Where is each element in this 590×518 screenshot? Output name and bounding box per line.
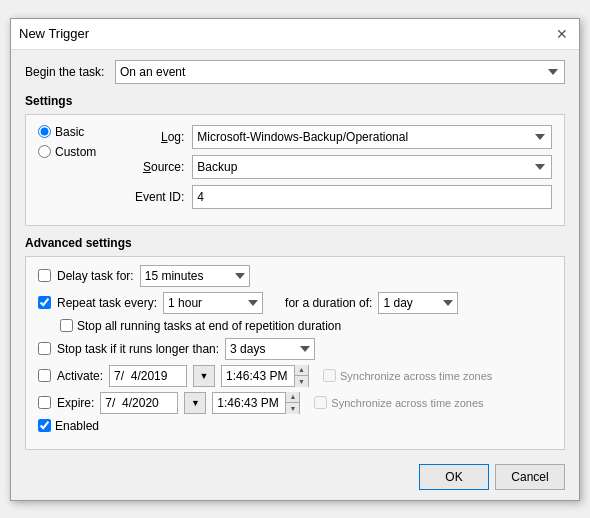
stop-all-row: Stop all running tasks at end of repetit…: [60, 319, 552, 333]
settings-fields: Log: Microsoft-Windows-Backup/Operationa…: [112, 125, 552, 215]
enabled-row: Enabled: [38, 419, 552, 433]
source-label: Source:: [112, 160, 184, 174]
settings-box: Basic Custom Log: Microsoft-Windows-Back…: [25, 114, 565, 226]
basic-radio-label[interactable]: Basic: [38, 125, 96, 139]
expire-label: Expire:: [57, 396, 94, 410]
expire-time-input[interactable]: [213, 392, 285, 414]
radio-group: Basic Custom: [38, 125, 96, 207]
expire-time-up[interactable]: ▲: [285, 392, 299, 403]
activate-label: Activate:: [57, 369, 103, 383]
advanced-section: Delay task for: 15 minutes Repeat task e…: [25, 256, 565, 450]
sync-tz-2-wrapper: Synchronize across time zones: [314, 396, 483, 409]
custom-radio[interactable]: [38, 145, 51, 158]
custom-radio-label[interactable]: Custom: [38, 145, 96, 159]
activate-time-up[interactable]: ▲: [294, 365, 308, 376]
ok-button[interactable]: OK: [419, 464, 489, 490]
advanced-section-label: Advanced settings: [25, 236, 565, 250]
begin-task-select[interactable]: On an event: [115, 60, 565, 84]
event-id-input[interactable]: [192, 185, 552, 209]
sync-tz-1-checkbox[interactable]: [323, 369, 336, 382]
duration-select[interactable]: 1 day: [378, 292, 458, 314]
activate-time-wrapper: ▲ ▼: [221, 365, 309, 387]
dialog-title: New Trigger: [19, 26, 89, 41]
event-id-label: Event ID:: [112, 190, 184, 204]
close-button[interactable]: ✕: [553, 25, 571, 43]
sync-tz-2-label: Synchronize across time zones: [331, 397, 483, 409]
basic-radio[interactable]: [38, 125, 51, 138]
new-trigger-dialog: New Trigger ✕ Begin the task: On an even…: [10, 18, 580, 501]
source-row: Source: Backup: [112, 155, 552, 179]
activate-row: Activate: ▼ ▲ ▼ Synchronize across time …: [38, 365, 552, 387]
activate-calendar-button[interactable]: ▼: [193, 365, 215, 387]
buttons-row: OK Cancel: [25, 460, 565, 490]
delay-row: Delay task for: 15 minutes: [38, 265, 552, 287]
expire-time-spinners: ▲ ▼: [285, 392, 299, 414]
delay-label: Delay task for:: [57, 269, 134, 283]
stop-task-label: Stop task if it runs longer than:: [57, 342, 219, 356]
activate-checkbox[interactable]: [38, 369, 51, 382]
settings-content: Basic Custom Log: Microsoft-Windows-Back…: [38, 125, 552, 215]
dialog-body: Begin the task: On an event Settings Bas…: [11, 50, 579, 500]
begin-task-label: Begin the task:: [25, 65, 105, 79]
stop-task-select[interactable]: 3 days: [225, 338, 315, 360]
enabled-label: Enabled: [55, 419, 99, 433]
expire-row: Expire: ▼ ▲ ▼ Synchronize across time zo…: [38, 392, 552, 414]
delay-checkbox[interactable]: [38, 269, 51, 282]
expire-checkbox[interactable]: [38, 396, 51, 409]
repeat-row: Repeat task every: 1 hour for a duration…: [38, 292, 552, 314]
cancel-button[interactable]: Cancel: [495, 464, 565, 490]
sync-tz-1-wrapper: Synchronize across time zones: [323, 369, 492, 382]
expire-date-input[interactable]: [100, 392, 178, 414]
sync-tz-2-checkbox[interactable]: [314, 396, 327, 409]
log-select[interactable]: Microsoft-Windows-Backup/Operational: [192, 125, 552, 149]
event-id-row: Event ID:: [112, 185, 552, 209]
activate-time-spinners: ▲ ▼: [294, 365, 308, 387]
expire-calendar-button[interactable]: ▼: [184, 392, 206, 414]
delay-select[interactable]: 15 minutes: [140, 265, 250, 287]
activate-date-input[interactable]: [109, 365, 187, 387]
repeat-label: Repeat task every:: [57, 296, 157, 310]
source-select[interactable]: Backup: [192, 155, 552, 179]
stop-all-checkbox[interactable]: [60, 319, 73, 332]
activate-time-input[interactable]: [222, 365, 294, 387]
title-bar: New Trigger ✕: [11, 19, 579, 50]
stop-task-checkbox[interactable]: [38, 342, 51, 355]
repeat-checkbox[interactable]: [38, 296, 51, 309]
activate-time-down[interactable]: ▼: [294, 376, 308, 387]
expire-time-down[interactable]: ▼: [285, 403, 299, 414]
begin-task-row: Begin the task: On an event: [25, 60, 565, 84]
expire-time-wrapper: ▲ ▼: [212, 392, 300, 414]
enabled-checkbox[interactable]: [38, 419, 51, 432]
log-label: Log:: [112, 130, 184, 144]
sync-tz-1-label: Synchronize across time zones: [340, 370, 492, 382]
duration-label: for a duration of:: [285, 296, 372, 310]
stop-all-label: Stop all running tasks at end of repetit…: [77, 319, 341, 333]
settings-section-label: Settings: [25, 94, 565, 108]
log-row: Log: Microsoft-Windows-Backup/Operationa…: [112, 125, 552, 149]
stop-task-row: Stop task if it runs longer than: 3 days: [38, 338, 552, 360]
repeat-select[interactable]: 1 hour: [163, 292, 263, 314]
